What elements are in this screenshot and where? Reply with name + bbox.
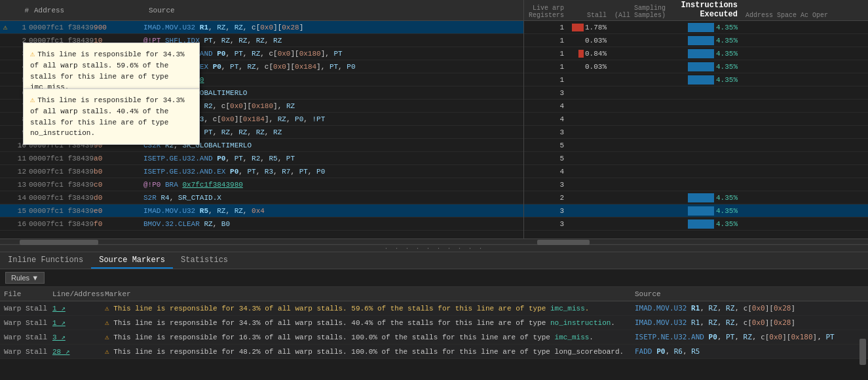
stats-col-instructions: Instructions Executed: [668, 1, 740, 19]
bt-row-2[interactable]: Warp Stall 1 ↗ ⚠ This line is responsibl…: [0, 316, 868, 330]
stats-row-4: 1 0.03% 4.35%: [524, 60, 868, 73]
warn-icon-1: ⚠: [0, 23, 10, 31]
stats-row-3: 1 0.84% 4.35%: [524, 47, 868, 60]
row-src-5: 0x7fc1f38439d0: [143, 76, 523, 84]
row-src-10: CS2R R2, SR_GLOBALTIMERLO: [143, 142, 523, 149]
bt-cell-line-3[interactable]: 3 ↗: [52, 333, 105, 341]
stats-row-2: 1 0.03% 4.35%: [524, 34, 868, 47]
stats-row-11: 5: [524, 152, 868, 165]
stats-row-5: 1 4.35%: [524, 73, 868, 86]
bt-row-4[interactable]: Warp Stall 28 ↗ ⚠ This line is responsib…: [0, 345, 868, 359]
row-addr-15: 00007fc1 f38439e0: [29, 207, 143, 215]
v-scrollbar-thumb[interactable]: [859, 339, 866, 365]
row-addr-13: 00007fc1 f38439c0: [29, 181, 143, 189]
h-scrollbar-thumb-right[interactable]: [537, 240, 590, 245]
bt-cell-source-4: FADD P0, R6, R5: [635, 347, 858, 356]
asm-row-15[interactable]: 15 00007fc1 f38439e0 IMAD.MOV.U32 R5, RZ…: [0, 204, 523, 218]
stats-row-14: 2 4.35%: [524, 191, 868, 204]
stats-row-7: 4: [524, 100, 868, 113]
asm-row-13[interactable]: 13 00007fc1 f38439c0 @!P0 BRA 0x7fc1f384…: [0, 178, 523, 191]
row-src-14: S2R R4, SR_CTAID.X: [143, 194, 523, 202]
asm-col-num: #: [13, 7, 31, 14]
row-num-12: 12: [10, 168, 29, 176]
bt-col-source-header: Source: [635, 290, 858, 298]
bt-cell-source-3: ISETP.NE.U32.AND P0, PT, RZ, c[0x0][0x18…: [635, 333, 858, 341]
row-num-15: 15: [10, 207, 29, 215]
bt-cell-marker-3: ⚠ This line is responsible for 16.3% of …: [105, 333, 635, 341]
asm-col-source: Source: [146, 7, 523, 14]
bt-cell-marker-2: ⚠ This line is responsible for 34.3% of …: [105, 318, 635, 327]
stats-row-1: 1 1.78% 4.35%: [524, 21, 868, 34]
bottom-table: File Line/Address Marker Source Warp Sta…: [0, 287, 868, 359]
bt-col-marker-header: Marker: [105, 290, 635, 298]
resize-dots: · · · · · · · · · ·: [384, 245, 483, 252]
row-src-6: MOV R2, SR_GLOBALTIMERLO: [143, 89, 523, 97]
stats-row-15: 3 4.35%: [524, 204, 868, 218]
row-num-16: 16: [10, 220, 29, 228]
toolbar: Rules ▼: [0, 269, 868, 287]
stats-row-10: 5: [524, 139, 868, 152]
tooltip-2-icon: ⚠: [30, 96, 35, 105]
bt-cell-file-2: Warp Stall: [0, 319, 52, 327]
bt-cell-file-3: Warp Stall: [0, 333, 52, 341]
bt-cell-marker-4: ⚠ This line is responsible for 48.2% of …: [105, 347, 635, 356]
rules-label: Rules: [11, 274, 29, 282]
stats-rows-container: 1 1.78% 4.35% 1: [524, 21, 868, 238]
row-src-3: ISETP.NE.U32.AND P0, PT, RZ, c[0x0][0x18…: [143, 50, 523, 58]
bt-cell-line-4[interactable]: 28 ↗: [52, 347, 105, 356]
bt-cell-line-2[interactable]: 1 ↗: [52, 318, 105, 327]
stats-col-live: Live arp Registers: [524, 5, 567, 19]
asm-row-12[interactable]: 12 00007fc1 f38439b0 ISETP.GE.U32.AND.EX…: [0, 165, 523, 178]
stats-col-ac-oper: Ac Oper: [799, 12, 859, 19]
row-src-9: @!PT SHFL.IDX PT, RZ, RZ, RZ, RZ: [143, 128, 523, 136]
bt-cell-line-1[interactable]: 1 ↗: [52, 304, 105, 313]
bt-col-file-header: File: [0, 290, 52, 298]
stats-row-16: 3 4.35%: [524, 218, 868, 231]
row-num-11: 11: [10, 155, 29, 162]
asm-row-16[interactable]: 16 00007fc1 f38439f0 BMOV.32.CLEAR RZ, B…: [0, 218, 523, 231]
bottom-table-header: File Line/Address Marker Source: [0, 287, 868, 301]
row-src-1: IMAD.MOV.U32 R1, RZ, RZ, c[0x0][0x28]: [143, 24, 523, 31]
row-src-4: ISETP.NE.AND.EX P0, PT, RZ, c[0x0][0x184…: [143, 63, 523, 71]
bt-cell-file-1: Warp Stall: [0, 305, 52, 313]
stats-col-stall: Stall: [567, 12, 609, 19]
stats-col-sampling: Sampling (All Samples): [609, 5, 668, 19]
tooltip-2: ⚠This line is responsible for 34.3% of a…: [23, 88, 200, 145]
tab-statistics[interactable]: Statistics: [173, 253, 236, 269]
row-src-11: ISETP.GE.U32.AND P0, PT, R2, R5, PT: [143, 155, 523, 162]
stats-col-addr-space: Address Space: [740, 12, 799, 19]
stats-row-13: 3: [524, 178, 868, 191]
asm-row-1[interactable]: ⚠ 1 00007fc1 f38439900 IMAD.MOV.U32 R1, …: [0, 21, 523, 34]
resize-handle[interactable]: · · · · · · · · · ·: [0, 244, 868, 252]
row-addr-14: 00007fc1 f38439d0: [29, 194, 143, 202]
row-num-13: 13: [10, 181, 29, 189]
rules-button[interactable]: Rules ▼: [5, 272, 45, 284]
h-scrollbar-thumb-left[interactable]: [20, 240, 98, 245]
row-src-13: @!P0 BRA 0x7fc1f3843980: [143, 181, 523, 189]
row-addr-11: 00007fc1 f38439a0: [29, 155, 143, 162]
bt-cell-source-2: IMAD.MOV.U32 R1, RZ, RZ, c[0x0][0x28]: [635, 318, 858, 327]
asm-row-11[interactable]: 11 00007fc1 f38439a0 ISETP.GE.U32.AND P0…: [0, 152, 523, 165]
bt-row-3[interactable]: Warp Stall 3 ↗ ⚠ This line is responsibl…: [0, 330, 868, 345]
bt-row-1[interactable]: Warp Stall 1 ↗ ⚠ This line is responsibl…: [0, 301, 868, 316]
row-num-1: 1: [10, 24, 29, 31]
asm-row-14[interactable]: 14 00007fc1 f38439d0 S2R R4, SR_CTAID.X: [0, 191, 523, 204]
tooltip-1-icon: ⚠: [30, 50, 35, 59]
row-src-15: IMAD.MOV.U32 R5, RZ, RZ, 0x4: [143, 207, 523, 215]
tab-source-markers[interactable]: Source Markers: [91, 253, 173, 269]
stats-row-12: 4: [524, 165, 868, 178]
row-addr-16: 00007fc1 f38439f0: [29, 220, 143, 228]
bt-cell-file-4: Warp Stall: [0, 348, 52, 356]
row-addr-12: 00007fc1 f38439b0: [29, 168, 143, 176]
stats-row-8: 4: [524, 113, 868, 126]
stats-row-9: 3: [524, 126, 868, 139]
bt-col-line-header: Line/Address: [52, 290, 105, 298]
row-src-2: @!PT SHFL.IDX PT, RZ, RZ, RZ, RZ: [143, 37, 523, 45]
row-src-8: IADD3.X R7, R3, c[0x0][0x184], RZ, P0, !…: [143, 115, 523, 123]
row-src-12: ISETP.GE.U32.AND.EX P0, PT, R3, R7, PT, …: [143, 168, 523, 176]
rules-dropdown-icon: ▼: [31, 274, 39, 282]
row-addr-1: 00007fc1 f38439900: [29, 24, 143, 31]
tab-bar: Inline Functions Source Markers Statisti…: [0, 252, 868, 269]
stats-row-6: 3: [524, 86, 868, 100]
tab-inline-functions[interactable]: Inline Functions: [0, 253, 91, 269]
